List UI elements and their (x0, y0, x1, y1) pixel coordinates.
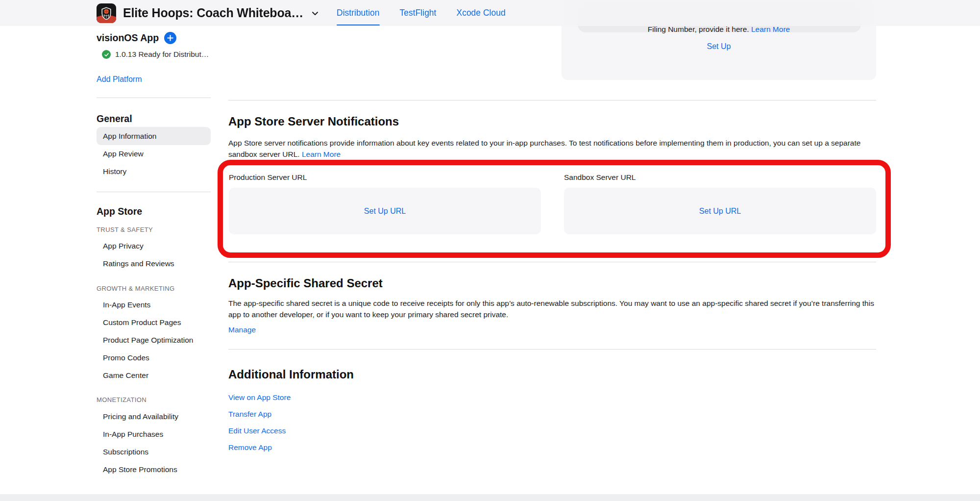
top-navigation-bar: Elite Hoops: Coach Whiteboa… Distributio… (0, 0, 980, 26)
transfer-app-link[interactable]: Transfer App (228, 410, 271, 419)
sidebar-item-product-page-optimization[interactable]: Product Page Optimization (97, 331, 211, 349)
platform-row: visionOS App (97, 30, 211, 45)
notice-learn-more-link[interactable]: Learn More (751, 25, 790, 33)
sidebar-divider (97, 98, 211, 98)
sidebar-item-ratings-and-reviews[interactable]: Ratings and Reviews (97, 255, 211, 273)
chevron-down-icon (310, 8, 320, 18)
manage-link[interactable]: Manage (228, 326, 256, 334)
server-notifications-description: App Store server notifications provide i… (228, 138, 882, 160)
version-status-text: 1.0.13 Ready for Distribut… (115, 50, 209, 59)
app-icon (97, 3, 116, 23)
sidebar-group-growth-marketing: GROWTH & MARKETING (97, 284, 211, 293)
server-notifications-title: App Store Server Notifications (228, 115, 399, 128)
sidebar-group-trust-safety: TRUST & SAFETY (97, 225, 211, 234)
version-status-row[interactable]: 1.0.13 Ready for Distribut… (102, 49, 211, 60)
sidebar-divider (97, 192, 211, 192)
server-notifications-learn-more-link[interactable]: Learn More (302, 150, 341, 158)
additional-information-title: Additional Information (228, 368, 354, 381)
sidebar-item-subscriptions[interactable]: Subscriptions (97, 443, 211, 461)
sandbox-server-url-label: Sandbox Server URL (564, 173, 636, 182)
sidebar-item-app-review[interactable]: App Review (97, 145, 211, 163)
app-store-connect-page: Filing Number, provide it here. Learn Mo… (0, 0, 980, 501)
notice-set-up-link[interactable]: Set Up (707, 42, 731, 50)
shared-secret-description: The app-specific shared secret is a uniq… (228, 298, 882, 320)
sidebar-item-history[interactable]: History (97, 163, 211, 180)
sidebar-item-promo-codes[interactable]: Promo Codes (97, 349, 211, 367)
add-platform-link[interactable]: Add Platform (97, 75, 142, 84)
sidebar-group-monetization: MONETIZATION (97, 396, 211, 404)
production-server-url-label: Production Server URL (229, 173, 307, 182)
add-version-button[interactable] (164, 32, 176, 44)
tab-testflight[interactable]: TestFlight (400, 0, 437, 26)
sidebar-section-app-store: App Store (97, 205, 211, 218)
sidebar-item-in-app-events[interactable]: In-App Events (97, 296, 211, 314)
sidebar-item-game-center[interactable]: Game Center (97, 367, 211, 384)
plus-icon (167, 35, 173, 41)
header-tabs: Distribution TestFlight Xcode Cloud (337, 0, 526, 26)
production-server-url-panel: Set Up URL (229, 188, 541, 234)
production-set-up-url-link[interactable]: Set Up URL (364, 207, 406, 216)
app-title[interactable]: Elite Hoops: Coach Whiteboa… (123, 6, 303, 20)
sidebar-item-app-store-promotions[interactable]: App Store Promotions (97, 461, 211, 478)
sidebar-item-in-app-purchases[interactable]: In-App Purchases (97, 426, 211, 443)
tab-xcode-cloud[interactable]: Xcode Cloud (456, 0, 505, 26)
page-footer-bar (0, 494, 980, 501)
sandbox-set-up-url-link[interactable]: Set Up URL (699, 207, 741, 216)
notice-message: Filing Number, provide it here. Learn Mo… (562, 25, 876, 34)
section-divider (228, 100, 876, 100)
app-switcher-chevron[interactable] (310, 8, 320, 18)
section-divider (228, 349, 876, 350)
view-on-app-store-link[interactable]: View on App Store (228, 393, 291, 402)
tab-distribution[interactable]: Distribution (337, 0, 380, 26)
sidebar-item-app-information[interactable]: App Information (97, 127, 211, 145)
notice-message-text: Filing Number, provide it here. (648, 25, 749, 33)
remove-app-link[interactable]: Remove App (228, 443, 272, 452)
ready-status-icon (102, 50, 111, 59)
platform-label: visionOS App (97, 32, 159, 44)
sidebar: visionOS App 1.0.13 Ready for Distribut…… (97, 26, 211, 478)
sidebar-item-app-privacy[interactable]: App Privacy (97, 237, 211, 255)
shared-secret-title: App-Specific Shared Secret (228, 276, 383, 290)
shield-basketball-icon (101, 7, 112, 20)
sidebar-item-pricing-and-availability[interactable]: Pricing and Availability (97, 408, 211, 426)
section-divider (228, 262, 876, 262)
edit-user-access-link[interactable]: Edit User Access (228, 426, 286, 435)
sandbox-server-url-panel: Set Up URL (564, 188, 876, 234)
checkmark-icon (104, 52, 109, 57)
sidebar-item-custom-product-pages[interactable]: Custom Product Pages (97, 314, 211, 331)
sidebar-section-general: General (97, 113, 211, 125)
